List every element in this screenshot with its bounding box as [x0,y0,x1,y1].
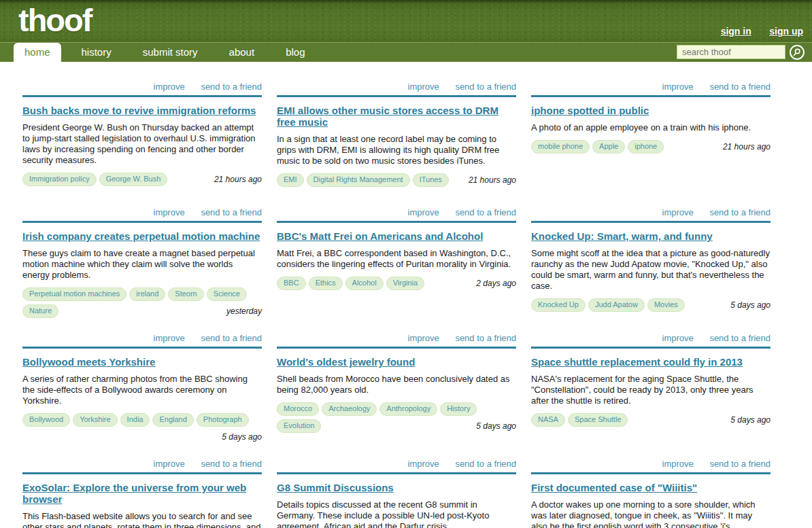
improve-link[interactable]: improve [662,82,694,92]
send-to-friend-link[interactable]: send to a friend [709,82,771,92]
story-tag[interactable]: Immigration policy [22,173,97,186]
story-tag[interactable]: Nature [22,304,58,318]
story-card: improve send to a friend Knocked Up: Sma… [531,208,771,334]
story-tag[interactable]: Anthropology [379,402,437,416]
story-tag[interactable]: Steorn [168,287,203,301]
story-footer: Perpetual motion machinesirelandSteornSc… [22,287,262,321]
send-to-friend-link[interactable]: send to a friend [201,459,262,469]
story-actions: improve send to a friend [22,459,262,474]
story-tag[interactable]: NASA [531,413,565,427]
improve-link[interactable]: improve [408,459,439,469]
story-tag[interactable]: George W. Bush [99,173,168,186]
story-tag[interactable]: Morocco [277,402,319,416]
story-tag[interactable]: mobile phone [531,140,590,154]
auth-links: sign in sign up [706,25,803,37]
search-box [677,45,785,59]
nav-tab-about: about [218,43,266,62]
story-tag[interactable]: India [120,413,150,427]
improve-link[interactable]: improve [154,333,185,343]
send-to-friend-link[interactable]: send to a friend [709,459,771,469]
nav-tab-link-submit-story[interactable]: submit story [132,43,209,62]
story-tag[interactable]: ireland [129,287,165,301]
story-footer: BollywoodYorkshireIndiaEnglandPhotograph… [22,413,262,430]
story-title-link[interactable]: Bush backs move to revive immigration re… [22,105,256,116]
story-tag[interactable]: ITunes [413,173,449,187]
header-banner: thoof sign in sign up [0,0,812,42]
story-tag[interactable]: Digital Rights Management [307,173,410,187]
improve-link[interactable]: improve [408,333,439,343]
nav-tab-link-history[interactable]: history [71,43,122,62]
story-title-link[interactable]: Space shuttle replacement could fly in 2… [531,356,743,368]
story-title-link[interactable]: Irish company creates perpetual motion m… [22,230,260,242]
improve-link[interactable]: improve [408,207,439,217]
send-to-friend-link[interactable]: send to a friend [201,82,262,92]
improve-link[interactable]: improve [154,207,185,217]
story-tag[interactable]: Space Shuttle [568,413,628,427]
sign-in-link[interactable]: sign in [721,26,751,37]
story-title-link[interactable]: EMI allows other music stores access to … [277,105,498,128]
send-to-friend-link[interactable]: send to a friend [455,82,516,92]
story-card: improve send to a friend Bush backs move… [22,82,262,208]
story-title-link[interactable]: ExoSolar: Explore the universe from your… [22,482,246,505]
story-tag[interactable]: Archaeology [322,402,377,416]
story-tag[interactable]: Science [207,287,247,301]
improve-link[interactable]: improve [662,207,694,217]
search-button[interactable] [790,45,805,60]
send-to-friend-link[interactable]: send to a friend [709,207,771,217]
improve-link[interactable]: improve [662,333,694,343]
story-tag[interactable]: BBC [277,277,306,290]
story-tag[interactable]: Knocked Up [531,298,586,312]
story-title-link[interactable]: G8 Summit Discussions [277,482,394,493]
story-title-link[interactable]: First documented case of "Wiiitis" [531,482,697,493]
nav-tab-history: history [71,43,122,62]
story-footer: Knocked UpJudd ApatowMovies5 days ago [531,298,771,315]
story-card: improve send to a friend BBC's Matt Frei… [277,208,516,334]
send-to-friend-link[interactable]: send to a friend [455,333,516,343]
story-tag[interactable]: iphone [628,140,664,154]
story-tag[interactable]: Evolution [277,419,321,433]
send-to-friend-link[interactable]: send to a friend [455,459,516,469]
story-tag[interactable]: Alcohol [345,277,384,290]
story-tag[interactable]: Movies [647,298,685,312]
story-title-link[interactable]: iphone spotted in public [531,105,649,116]
story-actions: improve send to a friend [277,459,516,474]
story-tag[interactable]: EMI [277,173,304,187]
story-title-link[interactable]: Knocked Up: Smart, warm, and funny [531,230,713,242]
story-title-link[interactable]: Bollywood meets Yorkshire [22,356,155,368]
nav-tab-link-about[interactable]: about [218,43,266,62]
story-actions: improve send to a friend [22,208,262,223]
story-actions: improve send to a friend [531,459,771,474]
story-title-link[interactable]: World's oldest jewelry found [277,356,415,368]
improve-link[interactable]: improve [154,82,185,92]
story-tag[interactable]: Apple [592,140,625,154]
nav-tab-link-blog[interactable]: blog [275,43,316,62]
story-description: NASA's replacement for the aging Space S… [531,374,771,406]
story-tag[interactable]: Photograph [197,413,249,427]
story-tag[interactable]: Yorkshire [73,413,117,427]
story-tag[interactable]: Judd Apatow [588,298,645,312]
improve-link[interactable]: improve [662,459,694,469]
story-title-link[interactable]: BBC's Matt Frei on Americans and Alcohol [277,230,483,242]
improve-link[interactable]: improve [154,459,185,469]
story-tag[interactable]: Bollywood [22,413,70,427]
send-to-friend-link[interactable]: send to a friend [709,333,771,343]
story-tag[interactable]: England [152,413,193,427]
story-timestamp: 21 hours ago [723,140,771,152]
story-timestamp: 21 hours ago [469,173,516,185]
nav-tab-link-home[interactable]: home [14,43,61,62]
story-tag[interactable]: Perpetual motion machines [22,287,126,301]
story-card: improve send to a friend Space shuttle r… [531,334,771,459]
send-to-friend-link[interactable]: send to a friend [201,207,262,217]
search-input[interactable] [677,45,785,59]
story-timestamp: 5 days ago [730,298,771,310]
send-to-friend-link[interactable]: send to a friend [201,333,262,343]
story-description: Matt Frei, a BBC correspondent based in … [277,248,516,270]
story-card: improve send to a friend Irish company c… [22,208,262,334]
sign-up-link[interactable]: sign up [769,26,803,37]
improve-link[interactable]: improve [408,82,439,92]
send-to-friend-link[interactable]: send to a friend [455,207,516,217]
story-tag[interactable]: Ethics [309,277,343,290]
story-actions: improve send to a friend [277,82,516,97]
story-tag[interactable]: History [440,402,477,416]
story-tag[interactable]: Virginia [386,277,425,290]
